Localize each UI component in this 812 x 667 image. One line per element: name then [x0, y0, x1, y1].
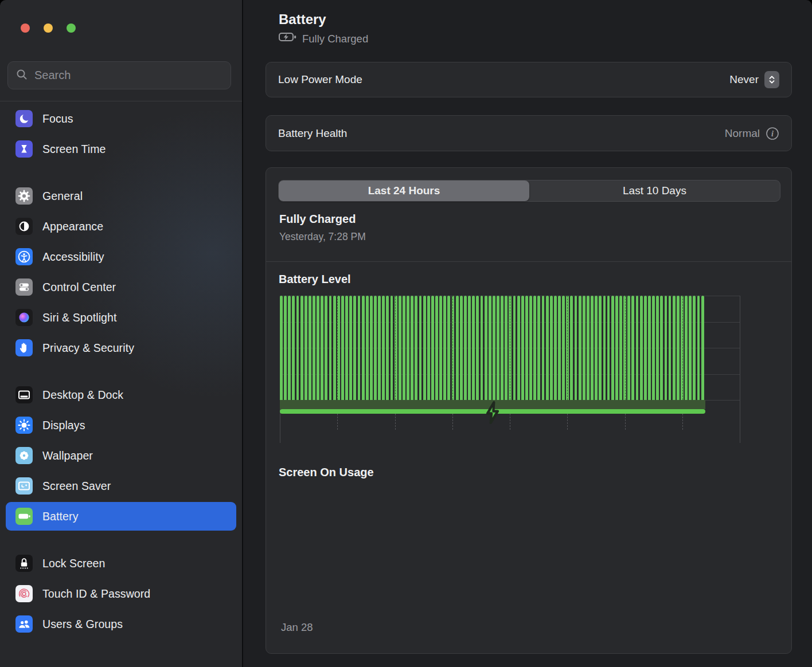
battery-bar: [407, 296, 409, 400]
battery-bar: [489, 296, 491, 400]
sidebar-item-label: Users & Groups: [42, 618, 123, 631]
battery-bar: [529, 296, 532, 400]
sidebar-group-gap: [0, 364, 242, 379]
battery-bar: [525, 296, 528, 400]
sidebar-item-label: Touch ID & Password: [42, 587, 150, 601]
battery-bar: [370, 296, 373, 400]
battery-vgridline-overlay: [395, 296, 396, 400]
battery-vgridline-overlay: [625, 296, 626, 400]
sidebar-item-control-center[interactable]: Control Center: [6, 273, 236, 301]
low-power-mode-card: Low Power Mode Never: [266, 62, 792, 97]
battery-bar: [607, 296, 610, 400]
battery-right-axis: [740, 296, 740, 443]
battery-bar: [648, 296, 651, 400]
battery-bar: [313, 296, 315, 400]
chart-date-label: Jan 28: [281, 621, 313, 634]
battery-bar: [513, 296, 516, 400]
close-button[interactable]: [21, 23, 30, 33]
info-icon[interactable]: i: [766, 127, 779, 140]
battery-bar: [497, 296, 499, 400]
battery-bar: [627, 296, 630, 400]
battery-bar: [558, 296, 561, 400]
sidebar-item-label: General: [42, 190, 83, 203]
battery-bar: [325, 296, 327, 400]
sidebar-item-users-groups[interactable]: Users & Groups: [6, 610, 236, 638]
battery-bar: [431, 296, 434, 400]
battery-bar: [533, 296, 536, 400]
battery-bar: [284, 296, 287, 400]
search-icon: [16, 69, 28, 83]
battery-bar: [456, 296, 459, 400]
battery-bar: [501, 296, 503, 400]
battery-bar: [399, 296, 401, 400]
sidebar-item-siri-spotlight[interactable]: Siri & Spotlight: [6, 303, 236, 332]
search-input[interactable]: [33, 68, 222, 83]
minimize-button[interactable]: [44, 23, 53, 33]
battery-bar: [685, 296, 688, 400]
desktop-dock-icon: [15, 386, 33, 403]
battery-bar: [378, 296, 381, 400]
battery-bar: [447, 296, 450, 400]
sidebar-item-desktop-dock[interactable]: Desktop & Dock: [6, 380, 236, 409]
battery-bar: [439, 296, 442, 400]
accessibility-icon: [15, 248, 33, 265]
sidebar-item-label: Screen Saver: [42, 480, 111, 493]
battery-bar: [603, 296, 606, 400]
sidebar-item-privacy-security[interactable]: Privacy & Security: [6, 334, 236, 362]
charts-layer: [266, 168, 791, 653]
battery-bar: [619, 296, 622, 400]
battery-bar: [611, 296, 614, 400]
battery-bar: [660, 296, 663, 400]
sidebar-group-gap: [0, 165, 242, 180]
battery-icon: [15, 508, 33, 525]
battery-bar: [570, 296, 573, 400]
battery-vgridline-overlay: [452, 296, 453, 400]
battery-bar: [595, 296, 598, 400]
zoom-button[interactable]: [67, 23, 76, 33]
battery-bar: [652, 296, 655, 400]
sidebar-item-accessibility[interactable]: Accessibility: [6, 242, 236, 271]
popup-stepper-icon[interactable]: [764, 71, 779, 88]
sidebar-item-wallpaper[interactable]: Wallpaper: [6, 441, 236, 470]
battery-bar: [583, 296, 585, 400]
users-groups-icon: [15, 615, 33, 633]
battery-bar: [366, 296, 369, 400]
sidebar-item-label: Displays: [42, 419, 85, 432]
low-power-mode-popup[interactable]: Never: [729, 71, 779, 88]
sidebar-item-displays[interactable]: Displays: [6, 411, 236, 440]
siri-spotlight-icon: [15, 309, 33, 326]
battery-bar: [300, 296, 303, 400]
battery-vgridline-overlay: [567, 296, 568, 400]
battery-bar: [493, 296, 495, 400]
battery-bar: [640, 296, 643, 400]
battery-bar: [472, 296, 475, 400]
battery-bar: [701, 296, 704, 400]
battery-bar: [693, 296, 696, 400]
battery-bar: [521, 296, 524, 400]
battery-bar: [349, 296, 352, 400]
sidebar-item-focus[interactable]: Focus: [6, 104, 236, 133]
sidebar-item-lock-screen[interactable]: Lock Screen: [6, 549, 236, 578]
sidebar-item-general[interactable]: General: [6, 182, 236, 210]
battery-bar: [644, 296, 647, 400]
appearance-icon: [15, 218, 33, 235]
sidebar-item-label: Focus: [42, 112, 73, 125]
lightning-bolt-icon: [484, 401, 501, 426]
battery-bar: [329, 296, 332, 400]
sidebar-item-screen-time[interactable]: Screen Time: [6, 135, 236, 163]
page-status: Fully Charged: [279, 32, 368, 45]
low-power-mode-value: Never: [729, 73, 759, 86]
search-field[interactable]: [7, 61, 231, 89]
sidebar-item-battery[interactable]: Battery: [6, 502, 236, 531]
battery-bar: [599, 296, 602, 400]
battery-bar: [656, 296, 659, 400]
battery-bar: [333, 296, 336, 400]
battery-bar: [288, 296, 291, 400]
sidebar-item-touch-id[interactable]: Touch ID & Password: [6, 579, 236, 608]
battery-vgridline-overlay: [510, 296, 510, 400]
battery-bar: [296, 296, 299, 400]
sidebar-item-appearance[interactable]: Appearance: [6, 212, 236, 241]
sidebar-item-label: Wallpaper: [42, 449, 93, 462]
sidebar-item-screen-saver[interactable]: Screen Saver: [6, 472, 236, 500]
battery-bar: [427, 296, 430, 400]
